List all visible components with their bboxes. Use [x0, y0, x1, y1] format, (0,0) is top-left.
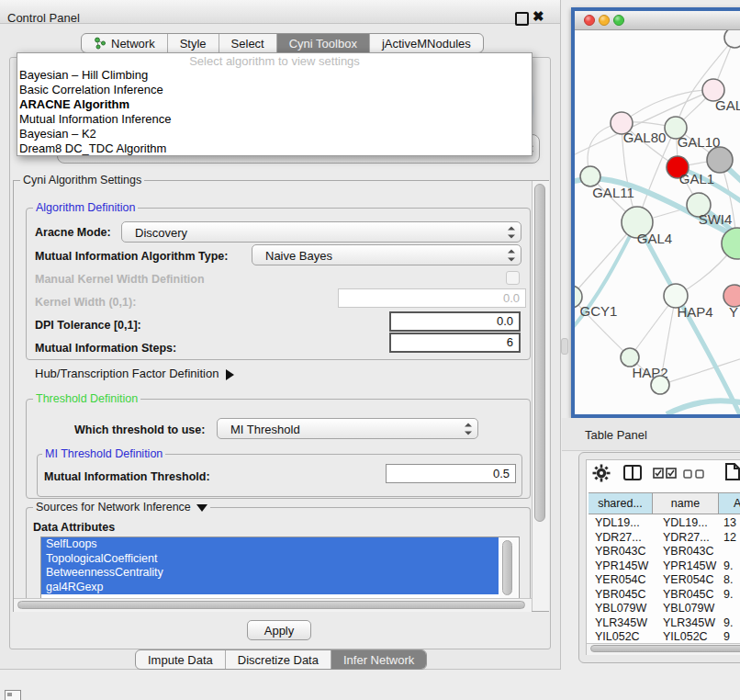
dropdown-item[interactable]: ARACNE Algorithm [19, 97, 530, 112]
which-threshold-label: Which threshold to use: [74, 423, 205, 436]
table-cell[interactable]: YDL19... [663, 516, 708, 531]
table-cell[interactable]: YER054C [663, 573, 714, 588]
network-node[interactable] [707, 147, 733, 173]
table-cell[interactable]: 9. [723, 588, 733, 603]
attribute-item[interactable]: TopologicalCoefficient [41, 552, 499, 567]
panel-splitter-handle[interactable] [561, 338, 568, 355]
table-hscrollbar-thumb[interactable] [590, 645, 740, 652]
settings-gear-icon[interactable] [592, 464, 611, 482]
tab-label: Network [111, 37, 155, 51]
sources-legend[interactable]: Sources for Network Inference [33, 501, 210, 514]
table-cell[interactable]: YBR045C [663, 588, 714, 603]
tab-label: Select [231, 37, 264, 51]
table-cell[interactable]: YLR345W [663, 616, 715, 631]
dropdown-item[interactable]: Basic Correlation Inference [19, 83, 530, 97]
select-checkboxes-icon[interactable] [653, 468, 678, 479]
aracne-mode-combobox[interactable]: Discovery [121, 221, 521, 243]
tab-infer-network[interactable]: Infer Network [331, 650, 426, 669]
table-cell[interactable]: YDR27... [663, 531, 710, 546]
data-attributes-list[interactable]: SelfLoopsTopologicalCoefficientBetweenne… [40, 536, 520, 601]
column-header-A[interactable]: A [719, 492, 740, 514]
mi-algorithm-type-value: Naive Bayes [265, 248, 332, 262]
mi-algorithm-type-combobox[interactable]: Naive Bayes [252, 244, 521, 265]
attribute-item[interactable]: SelfLoops [41, 537, 499, 552]
which-threshold-combobox[interactable]: MI Threshold [217, 418, 478, 439]
table-cell[interactable]: YDL19... [595, 516, 640, 531]
table-cell[interactable]: YBR043C [595, 545, 646, 559]
table-cell[interactable]: 9. [723, 616, 733, 631]
control-panel-tabbar: NetworkStyleSelectCyni ToolboxjActiveMNo… [81, 33, 484, 53]
dpi-tolerance-field[interactable]: 0.0 [389, 311, 521, 332]
tab-label: Style [180, 37, 207, 51]
network-edge[interactable] [660, 355, 740, 385]
network-window-titlebar[interactable] [575, 11, 740, 30]
network-node-hap2[interactable] [621, 348, 639, 367]
settings-hscrollbar-thumb[interactable] [17, 601, 525, 609]
node-label: SWI4 [699, 211, 733, 227]
dropdown-item[interactable]: Mutual Information Inference [19, 112, 530, 127]
table-cell[interactable]: 8. [723, 573, 733, 588]
float-window-icon[interactable] [515, 12, 529, 26]
tab-network[interactable]: Network [82, 34, 167, 52]
node-label: GAL [715, 97, 740, 113]
deselect-checkboxes-icon[interactable] [683, 469, 706, 479]
dropdown-item[interactable]: Dream8 DC_TDC Algorithm [19, 141, 530, 156]
table-cell[interactable]: YBL079W [595, 602, 646, 616]
mi-threshold-field[interactable]: 0.5 [386, 464, 516, 483]
manual-kernel-width-checkbox[interactable] [506, 271, 520, 285]
table-cell[interactable]: 12 [723, 531, 736, 546]
table-cell[interactable]: YPR145W [663, 559, 716, 574]
table-cell[interactable]: YPR145W [595, 559, 648, 574]
tab-select[interactable]: Select [219, 34, 276, 52]
table-cell[interactable]: YBR043C [663, 545, 714, 559]
column-header-shared[interactable]: shared... [589, 492, 653, 514]
tab-discretize-data[interactable]: Discretize Data [225, 650, 331, 669]
tab-jactivemnodules[interactable]: jActiveMNodules [369, 34, 483, 52]
close-panel-icon[interactable]: ✖ [533, 8, 544, 25]
network-edge[interactable] [622, 90, 713, 123]
attribute-item[interactable]: BetweennessCentrality [41, 566, 499, 581]
collapsed-panel-icon[interactable] [5, 690, 21, 700]
split-columns-icon[interactable] [623, 465, 642, 480]
mi-threshold-label: Mutual Information Threshold: [44, 470, 210, 483]
network-node-gal11[interactable] [580, 166, 600, 186]
dpi-tolerance-label: DPI Tolerance [0,1]: [35, 319, 141, 332]
settings-vscrollbar-thumb[interactable] [534, 184, 545, 522]
hub-definition-toggle[interactable]: Hub/Transcription Factor Definition [35, 367, 234, 380]
close-window-icon[interactable] [584, 15, 595, 26]
network-edge-highlighted[interactable] [667, 401, 740, 414]
combo-stepper-icon [465, 423, 472, 435]
network-node[interactable] [651, 376, 669, 394]
minimize-window-icon[interactable] [599, 15, 610, 26]
cyni-bottom-tabbar: Impute DataDiscretize DataInfer Network [135, 649, 427, 670]
zoom-window-icon[interactable] [613, 15, 624, 26]
node-label: GAL11 [592, 185, 634, 200]
attributes-scrollbar-thumb[interactable] [502, 540, 512, 595]
tab-style[interactable]: Style [167, 34, 219, 52]
aracne-mode-value: Discovery [135, 225, 187, 239]
dropdown-item[interactable]: Bayesian – Hill Climbing [19, 68, 530, 83]
table-cell[interactable]: 9. [723, 559, 733, 574]
page-icon[interactable] [724, 462, 740, 481]
network-canvas[interactable]: GALGAL80GAL10GAL1GAL11SWI4GAL4GCY1HAP4YH… [575, 30, 740, 414]
node-label: GAL4 [637, 231, 672, 246]
network-graph: GALGAL80GAL10GAL1GAL11SWI4GAL4GCY1HAP4YH… [575, 30, 740, 414]
column-header-name[interactable]: name [653, 492, 719, 514]
dropdown-item[interactable]: Bayesian – K2 [19, 127, 530, 141]
attribute-item[interactable]: gal4RGexp [41, 581, 499, 595]
table-cell[interactable]: YLR345W [595, 616, 647, 631]
network-node[interactable] [724, 30, 740, 48]
table-cell[interactable]: YER054C [595, 573, 646, 588]
table-cell[interactable]: YBL079W [663, 602, 714, 616]
network-view-window[interactable]: GALGAL80GAL10GAL1GAL11SWI4GAL4GCY1HAP4YH… [571, 7, 740, 418]
table-cell[interactable]: YBR045C [595, 588, 646, 603]
apply-button[interactable]: Apply [247, 620, 311, 640]
table-cell[interactable]: 13 [723, 516, 736, 531]
table-cell[interactable]: YDR27... [595, 531, 642, 546]
kernel-width-field[interactable]: 0.0 [338, 288, 526, 308]
mi-steps-field[interactable]: 6 [389, 333, 521, 353]
hub-definition-label: Hub/Transcription Factor Definition [35, 367, 219, 380]
tab-impute-data[interactable]: Impute Data [136, 650, 225, 669]
manual-kernel-width-label: Manual Kernel Width Definition [35, 273, 205, 286]
tab-cyni-toolbox[interactable]: Cyni Toolbox [276, 34, 369, 52]
